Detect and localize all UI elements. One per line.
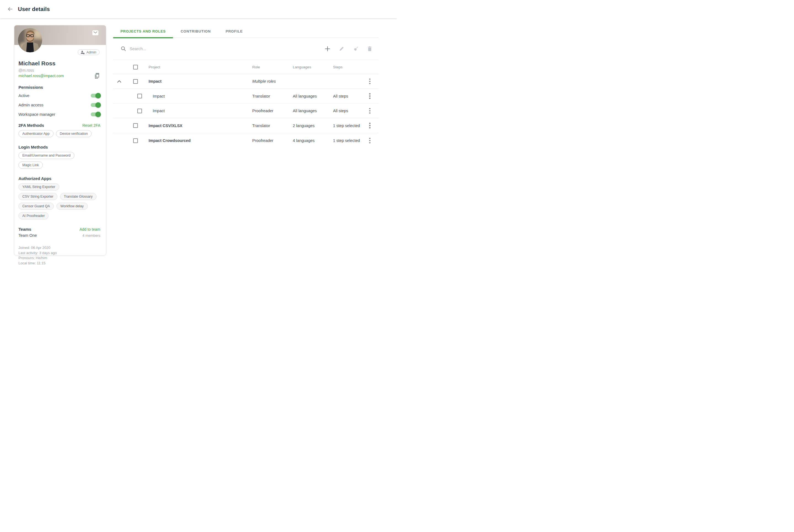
table-row: Impact Proofreader All languages All ste…: [113, 103, 379, 118]
table-row: Impact Crowdsourced Proofreader 4 langua…: [113, 133, 379, 148]
project-role: Translator: [252, 89, 270, 103]
login-method-chip: Magic Link: [18, 162, 43, 169]
tab-projects-and-roles[interactable]: PROJECTS AND ROLES: [113, 24, 173, 38]
authorized-app-chip: AI Proofreader: [18, 212, 49, 220]
project-steps: 1 step selected: [333, 118, 360, 133]
plus-icon: [325, 46, 330, 52]
meta-pronouns: Pronouns: He/him: [18, 255, 100, 261]
column-header-role: Role: [252, 60, 260, 74]
authorized-app-chip: Translate Glossary: [60, 193, 96, 200]
project-languages: 2 languages: [293, 118, 315, 133]
copy-email-button[interactable]: [94, 73, 100, 79]
project-steps: 1 step selected: [333, 133, 360, 148]
project-role: Multiple roles: [252, 74, 276, 89]
project-steps: All steps: [333, 89, 348, 103]
add-button[interactable]: [324, 46, 330, 52]
page-title: User details: [18, 6, 50, 13]
row-checkbox[interactable]: [133, 138, 138, 143]
clear-roles-button[interactable]: [353, 46, 359, 52]
project-name: Impact: [149, 74, 162, 89]
user-card: Admin Michael Ross @m.ross michael.ross@…: [14, 25, 106, 255]
permission-label: Active: [18, 93, 30, 98]
table-row: Impact Multiple roles: [113, 74, 379, 89]
active-toggle[interactable]: [91, 94, 100, 98]
row-menu-button[interactable]: [368, 107, 372, 115]
user-name: Michael Ross: [18, 60, 100, 67]
row-menu-button[interactable]: [368, 121, 372, 130]
table-row: Impact CSV/XLSX Translator 2 languages 1…: [113, 118, 379, 133]
column-header-project: Project: [149, 60, 160, 74]
row-menu-button[interactable]: [368, 77, 372, 86]
tab-label: PROFILE: [226, 29, 243, 33]
row-menu-button[interactable]: [368, 92, 372, 100]
permission-label: Workspace manager: [18, 112, 55, 117]
user-meta-block: Joined: 06 Apr 2020 Last activity: 3 day…: [18, 245, 100, 266]
tab-profile[interactable]: PROFILE: [218, 24, 250, 38]
permission-label: Admin access: [18, 103, 43, 107]
project-languages: All languages: [293, 89, 317, 103]
tab-contribution[interactable]: CONTRIBUTION: [173, 24, 218, 38]
pencil-icon: [339, 46, 344, 52]
send-email-button[interactable]: [92, 30, 98, 35]
delete-button[interactable]: [367, 46, 373, 52]
teams-heading: Teams: [18, 227, 31, 231]
arrow-left-icon: [7, 6, 13, 12]
project-languages: All languages: [293, 103, 317, 118]
admin-access-toggle[interactable]: [91, 103, 100, 107]
row-checkbox[interactable]: [133, 79, 138, 84]
user-details-page: User details: [0, 0, 397, 266]
column-header-steps: Steps: [333, 60, 343, 74]
project-name: Impact: [153, 103, 165, 118]
envelope-icon: [93, 31, 98, 35]
back-button[interactable]: [6, 5, 14, 13]
project-steps: All steps: [333, 103, 348, 118]
row-menu-button[interactable]: [368, 137, 372, 145]
add-to-team-link[interactable]: Add to team: [80, 227, 101, 231]
search-icon: [121, 46, 126, 51]
login-methods-heading: Login Methods: [18, 145, 100, 149]
user-handle: @m.ross: [18, 68, 100, 73]
reset-2fa-link[interactable]: Reset 2FA: [82, 123, 100, 128]
project-name: Impact Crowdsourced: [149, 133, 190, 148]
twofa-chip: Authenticator App: [18, 130, 54, 137]
team-list-item: Team One 4 members: [18, 233, 100, 238]
app-bar: User details: [0, 0, 397, 18]
search-input[interactable]: [130, 46, 245, 51]
admin-badge-label: Admin: [87, 51, 96, 54]
user-email-link[interactable]: michael.ross@impact.com: [18, 74, 64, 78]
authorized-app-chip: CSV String Exporter: [18, 193, 57, 200]
authorized-app-chip: YAML String Exporter: [18, 183, 59, 190]
tab-label: PROJECTS AND ROLES: [120, 29, 166, 33]
twofa-chip: Device verification: [56, 130, 92, 137]
row-checkbox[interactable]: [133, 123, 138, 128]
team-name: Team One: [18, 233, 37, 238]
row-checkbox[interactable]: [137, 94, 142, 98]
login-method-chip: Email/Username and Password: [18, 152, 74, 159]
table-toolbar: [113, 38, 379, 60]
collapse-group-button[interactable]: [116, 78, 122, 84]
team-member-count: 4 members: [82, 233, 100, 238]
permission-row-active: Active: [18, 92, 100, 99]
workspace-manager-toggle[interactable]: [91, 112, 100, 116]
copy-icon: [95, 73, 99, 79]
meta-local-time: Local time: 11:15: [18, 261, 100, 266]
meta-access-tokens: Personal access tokens: 1: [18, 266, 100, 266]
permissions-heading: Permissions: [18, 85, 100, 90]
authorized-app-chip: Workflow delay: [57, 203, 88, 210]
trash-icon: [367, 46, 372, 52]
permission-row-admin-access: Admin access: [18, 102, 100, 108]
project-name: Impact: [153, 89, 165, 103]
project-role: Translator: [252, 118, 270, 133]
project-role: Proofreader: [252, 103, 273, 118]
admin-badge: Admin: [78, 49, 99, 55]
table-header: Project Role Languages Steps: [113, 60, 379, 74]
detail-tabs: PROJECTS AND ROLES CONTRIBUTION PROFILE: [113, 24, 379, 38]
row-checkbox[interactable]: [137, 109, 142, 113]
select-all-checkbox[interactable]: [133, 65, 138, 70]
tab-label: CONTRIBUTION: [181, 29, 211, 33]
table-row: Impact Translator All languages All step…: [113, 89, 379, 103]
twofa-heading: 2FA Methods: [18, 123, 44, 128]
project-languages: 4 languages: [293, 133, 315, 148]
edit-button[interactable]: [339, 46, 345, 52]
admin-user-icon: [80, 51, 85, 54]
